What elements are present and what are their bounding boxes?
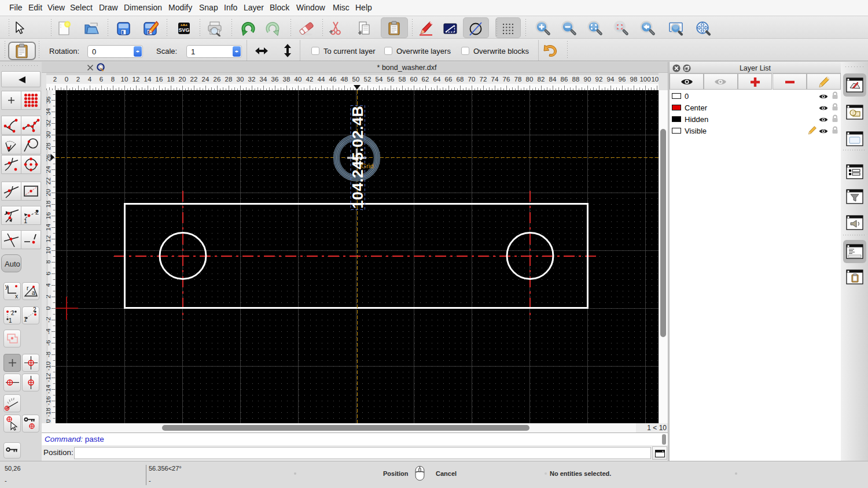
svg-text:96: 96 [619, 76, 626, 83]
svg-text:64: 64 [433, 76, 441, 83]
svg-text:a: a [32, 290, 35, 296]
svg-text:-6: -6 [46, 340, 52, 346]
svg-text:58: 58 [399, 76, 406, 83]
svg-text:86: 86 [561, 76, 568, 83]
svg-text:20: 20 [46, 189, 52, 196]
svg-text:18: 18 [167, 76, 175, 83]
svg-text:30: 30 [237, 76, 244, 83]
svg-text:10: 10 [46, 247, 52, 254]
svg-text:84: 84 [549, 76, 557, 83]
svg-text:0: 0 [65, 76, 68, 83]
svg-text:1: 1 [24, 217, 27, 224]
svg-text:16: 16 [156, 76, 163, 83]
svg-text:18: 18 [46, 201, 52, 208]
svg-text:44: 44 [318, 76, 325, 83]
svg-text:40: 40 [295, 76, 302, 83]
svg-text:4: 4 [46, 283, 52, 287]
svg-text:36: 36 [271, 76, 279, 83]
svg-text:48: 48 [341, 76, 348, 83]
svg-text:-14: -14 [46, 385, 52, 394]
svg-text:8: 8 [46, 260, 52, 264]
svg-text:2: 2 [76, 76, 80, 83]
svg-text:0: 0 [46, 306, 52, 310]
svg-text:20: 20 [179, 76, 186, 83]
svg-text:100: 100 [639, 76, 650, 83]
svg-text:36: 36 [46, 97, 52, 103]
svg-text:x: x [15, 293, 18, 300]
svg-text:6: 6 [100, 76, 103, 83]
svg-text:8: 8 [111, 76, 115, 83]
svg-text:26: 26 [214, 76, 221, 83]
svg-text:10: 10 [121, 76, 128, 83]
svg-text:28: 28 [46, 143, 52, 150]
svg-text:-2: -2 [46, 317, 52, 323]
svg-text:52: 52 [364, 76, 372, 83]
svg-text:80: 80 [526, 76, 534, 83]
svg-text:2: 2 [46, 295, 52, 298]
svg-text:42: 42 [306, 76, 314, 83]
svg-text:14: 14 [46, 224, 52, 231]
svg-text:12: 12 [46, 235, 52, 242]
svg-text:50: 50 [352, 76, 360, 83]
svg-text:104.245.02.4B: 104.245.02.4B [349, 106, 366, 209]
svg-text:22: 22 [46, 178, 52, 184]
svg-text:72: 72 [480, 76, 487, 83]
svg-text:82: 82 [538, 76, 545, 83]
svg-text:2: 2 [35, 209, 39, 216]
svg-text:46: 46 [329, 76, 337, 83]
svg-text:26: 26 [46, 154, 52, 161]
svg-text:1: 1 [9, 317, 12, 324]
svg-text:68: 68 [457, 76, 464, 83]
svg-text:70: 70 [468, 76, 476, 83]
svg-text:24: 24 [46, 166, 52, 173]
svg-text:66: 66 [445, 76, 453, 83]
svg-text:56: 56 [387, 76, 395, 83]
svg-text:-18: -18 [46, 408, 52, 417]
svg-text:-20: -20 [46, 419, 52, 423]
svg-text:4: 4 [88, 76, 92, 83]
svg-text:SVG: SVG [178, 27, 189, 33]
svg-text:-12: -12 [46, 373, 52, 382]
svg-text:14: 14 [144, 76, 152, 83]
svg-text:-16: -16 [46, 396, 52, 405]
svg-text:16: 16 [46, 212, 52, 219]
svg-text:62: 62 [422, 76, 429, 83]
svg-text:r: r [27, 285, 29, 291]
svg-text:102: 102 [651, 76, 659, 83]
svg-text:88: 88 [572, 76, 580, 83]
svg-text:32: 32 [46, 120, 52, 127]
svg-text:32: 32 [248, 76, 256, 83]
svg-text:60: 60 [410, 76, 418, 83]
svg-text:74: 74 [491, 76, 499, 83]
svg-text:34: 34 [260, 76, 267, 83]
svg-text:-10: -10 [46, 361, 52, 371]
svg-text:34: 34 [46, 108, 52, 115]
svg-text:54: 54 [376, 76, 383, 83]
svg-text:-4: -4 [46, 328, 52, 334]
svg-text:2: 2 [53, 76, 57, 83]
svg-text:76: 76 [503, 76, 510, 83]
svg-text:92: 92 [595, 76, 603, 83]
svg-text:38: 38 [283, 76, 290, 83]
svg-text:30: 30 [46, 131, 52, 138]
svg-text:-8: -8 [46, 352, 52, 357]
svg-text:78: 78 [514, 76, 522, 83]
svg-text:94: 94 [607, 76, 615, 83]
svg-text:y: y [5, 283, 8, 290]
svg-text:12: 12 [133, 76, 140, 83]
svg-text:24: 24 [202, 76, 209, 83]
svg-text:6: 6 [46, 272, 52, 275]
svg-text:98: 98 [630, 76, 638, 83]
svg-text:90: 90 [584, 76, 591, 83]
svg-text:28: 28 [225, 76, 233, 83]
svg-text:22: 22 [190, 76, 198, 83]
svg-text:2: 2 [11, 310, 14, 316]
